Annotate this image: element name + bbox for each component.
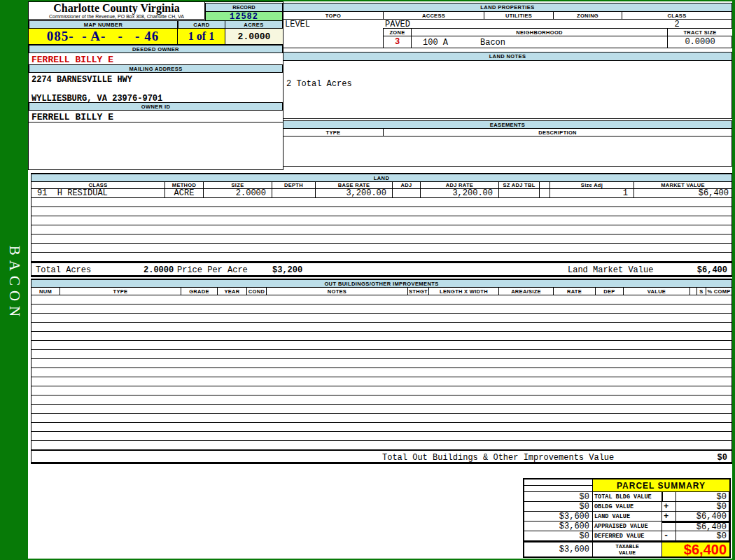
- ob-num-header: NUM: [31, 288, 60, 295]
- zone-values: 3 100 A Bacon 0.0000: [384, 36, 732, 48]
- district-name-vertical: BACON: [6, 246, 23, 322]
- land-base-rate-value: 3,200.00: [316, 189, 393, 197]
- land-notes-panel: LAND NOTES 2 Total Acres: [283, 52, 732, 119]
- obldg-value-label: OBLDG VALUE: [593, 502, 662, 512]
- total-bldg-value-op: [662, 492, 676, 502]
- price-per-acre-label: Price Per Acre: [177, 265, 248, 275]
- land-properties-title: LAND PROPERTIES: [284, 4, 732, 12]
- ob-length-width-header: LENGTH X WIDTH: [429, 288, 499, 295]
- land-adj-rate-value: 3,200.00: [421, 189, 499, 197]
- tract-size-value: 0.0000: [668, 36, 732, 48]
- land-value-op: +: [662, 512, 676, 522]
- out-buildings-headers: NUM TYPE GRADE YEAR COND NOTES STHGT LEN…: [31, 288, 732, 295]
- land-properties-panel: LAND PROPERTIES TOPO ACCESS UTILITIES ZO…: [283, 3, 732, 48]
- ob-type-header: TYPE: [60, 288, 181, 295]
- owner-panel: Charlotte County Virginia Commissioner o…: [28, 1, 284, 170]
- card-value: 1 of 1: [178, 29, 225, 45]
- easements-headers: TYPE DESCRIPTION: [284, 129, 732, 136]
- neighborhood-value: 100 A Bacon: [412, 36, 668, 48]
- taxable-label-line2: VALUE: [619, 550, 636, 556]
- deeded-owner-label: DEEDED OWNER: [29, 45, 283, 53]
- county-title: Charlotte County Virginia: [29, 3, 204, 14]
- prior-appraised-value: $3,600: [524, 522, 593, 531]
- appraised-value-label: APPRAISED VALUE: [593, 522, 662, 531]
- summary-stub-2: [524, 486, 593, 492]
- zone-headers: ZONE NEIGHBORHOOD TRACT SIZE: [384, 29, 732, 36]
- land-market-value-header: MARKET VALUE: [634, 182, 732, 189]
- prior-deferred-value: $0: [524, 531, 593, 541]
- land-class-value: 91 H RESIDUAL: [31, 189, 165, 197]
- neighborhood-name: Bacon: [480, 38, 505, 48]
- obldg-value-op: +: [662, 502, 676, 512]
- land-sz-adj-tbl-value: [499, 189, 540, 197]
- neighborhood-code: 100 A: [423, 38, 448, 48]
- land-base-rate-header: BASE RATE: [316, 182, 393, 189]
- ob-grade-header: GRADE: [181, 288, 218, 295]
- taxable-value-label: TAXABLE VALUE: [593, 541, 662, 556]
- county-title-box: Charlotte County Virginia Commissioner o…: [29, 2, 205, 20]
- card-content: Charlotte County Virginia Commissioner o…: [28, 1, 732, 559]
- record-label: RECORD: [206, 4, 282, 12]
- land-market-value-total: $6,400: [697, 265, 727, 275]
- land-value: $6,400: [676, 512, 729, 522]
- land-properties-headers: TOPO ACCESS UTILITIES ZONING CLASS: [284, 12, 732, 20]
- deeded-owner-value: FERRELL BILLY E: [31, 55, 113, 65]
- ob-pct-comp-header: % COMP: [706, 288, 732, 295]
- neighborhood-header: NEIGHBORHOOD: [412, 29, 668, 36]
- land-method-value: ACRE: [165, 189, 204, 197]
- land-size-adj-value: 1: [550, 189, 634, 197]
- acres-value: 2.0000: [225, 29, 283, 45]
- land-title: LAND: [31, 174, 732, 182]
- utilities-header: UTILITIES: [484, 12, 554, 20]
- tract-size-header: TRACT SIZE: [668, 29, 732, 36]
- land-method-header: METHOD: [165, 182, 204, 189]
- land-notes-text: 2 Total Acres: [286, 79, 732, 89]
- total-acres-label: Total Acres: [36, 265, 91, 275]
- appraised-value-op: [662, 522, 676, 531]
- topo-value: LEVEL: [284, 20, 384, 29]
- prior-obldg-value: $0: [524, 502, 593, 512]
- map-number-value: 085- - A- - - 46: [29, 29, 178, 45]
- ob-notes-header: NOTES: [267, 288, 408, 295]
- taxable-value: $6,400: [662, 541, 729, 556]
- land-properties-values: LEVEL PAVED 2: [284, 20, 732, 28]
- topo-header: TOPO: [284, 12, 384, 20]
- zone-block: ZONE NEIGHBORHOOD TRACT SIZE 3 100 A Bac…: [383, 28, 732, 48]
- easement-description-header: DESCRIPTION: [384, 129, 732, 136]
- ob-s-header: S: [697, 288, 706, 295]
- land-size-header: SIZE: [204, 182, 272, 189]
- total-bldg-value-label: TOTAL BLDG VALUE: [593, 492, 662, 502]
- total-acres-value: 2.0000: [144, 265, 174, 275]
- land-market-value: $6,400: [634, 189, 732, 197]
- prior-land-value: $3,600: [524, 512, 593, 522]
- appraised-value: $6,400: [676, 522, 729, 531]
- property-record-card: BACON Charlotte County Virginia Commissi…: [0, 0, 735, 560]
- acres-header: ACRES: [225, 20, 283, 29]
- out-buildings-totals-row: Total Out Buildings & Other Improvements…: [31, 450, 732, 463]
- prior-taxable-value: $3,600: [524, 541, 593, 556]
- deferred-value: $0: [676, 531, 729, 541]
- ob-blank-header: [690, 288, 697, 295]
- owner-id-divider: [29, 122, 283, 122]
- easements-title: EASEMENTS: [284, 121, 732, 129]
- card-header: CARD: [178, 20, 225, 29]
- deferred-value-op: -: [662, 531, 676, 541]
- county-subtitle: Commissioner of the Revenue, PO Box 308,…: [29, 14, 204, 20]
- land-depth-value: [272, 189, 316, 197]
- land-value-label: LAND VALUE: [593, 512, 662, 522]
- ob-year-header: YEAR: [218, 288, 247, 295]
- ob-total-value: $0: [718, 453, 727, 463]
- map-number-header: MAP NUMBER: [29, 20, 178, 29]
- ob-cond-header: COND: [247, 288, 267, 295]
- total-bldg-value: $0: [676, 492, 729, 502]
- easements-body: [284, 136, 732, 166]
- ob-sthgt-header: STHGT: [408, 288, 429, 295]
- land-blank-header: [540, 182, 550, 189]
- out-buildings-empty-rows: [31, 295, 732, 450]
- land-depth-header: DEPTH: [272, 182, 316, 189]
- zone-header: ZONE: [384, 29, 412, 36]
- obldg-value: $0: [676, 502, 729, 512]
- land-adj-value: [393, 189, 421, 197]
- ob-area-size-header: AREA/SIZE: [499, 288, 554, 295]
- mailing-address-label: MAILING ADDRESS: [29, 64, 283, 73]
